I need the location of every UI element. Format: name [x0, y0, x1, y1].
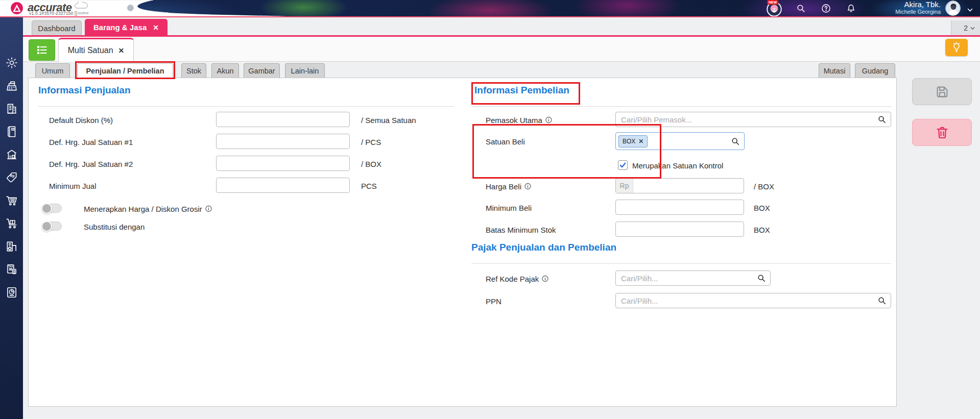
manufacture-building-icon[interactable]	[5, 239, 18, 253]
asset-bank-icon[interactable]	[5, 147, 18, 161]
minimum-beli-label: Minimum Beli	[486, 204, 532, 212]
tips-button[interactable]	[945, 39, 968, 56]
tab-close-icon[interactable]: ✕	[153, 23, 159, 32]
company-building-icon[interactable]	[5, 102, 18, 115]
settings-gear-icon[interactable]	[5, 56, 18, 69]
promo-avatar[interactable]: NEW	[765, 0, 783, 16]
help-icon[interactable]	[820, 2, 832, 14]
ref-kode-pajak-field-wrap	[615, 270, 771, 286]
account-info[interactable]: Akira, Tbk. Michelle Georgina	[895, 1, 941, 16]
ppn-input[interactable]	[616, 293, 878, 308]
cloud-icon	[74, 2, 89, 10]
tab-dashboard[interactable]: Dashboard	[32, 20, 82, 36]
harga-beli-input[interactable]	[633, 179, 744, 193]
pemasok-utama-label: Pemasok Utama	[486, 116, 552, 125]
form-tab-mutasi[interactable]: Mutasi	[819, 63, 850, 78]
tab-overflow-dropdown[interactable]: 2	[951, 20, 980, 36]
svg-text:Rp: Rp	[10, 174, 14, 178]
user-avatar-image	[946, 1, 961, 16]
journal-book-icon[interactable]	[5, 125, 18, 138]
form-tab-stok[interactable]: Stok	[181, 63, 206, 78]
notification-bell-icon[interactable]	[845, 2, 857, 14]
search-icon[interactable]	[795, 2, 807, 14]
batas-minimum-stok-suffix: BOX	[754, 226, 770, 234]
form-tab-akun[interactable]: Akun	[211, 63, 239, 78]
accurate-logo-icon	[10, 2, 23, 15]
form-tab-mutasi-label: Mutasi	[824, 67, 846, 75]
tax-section-title: Pajak Penjualan dan Pembelian	[471, 242, 616, 253]
tab-dashboard-label: Dashboard	[38, 24, 75, 33]
chevron-down-icon	[970, 27, 975, 30]
svg-text:TAX: TAX	[8, 264, 13, 267]
form-content-panel: Informasi Penjualan Default Diskon (%) /…	[28, 78, 897, 407]
tab-multi-satuan-close-icon[interactable]: ✕	[118, 46, 125, 55]
satuan-kontrol-checkbox[interactable]	[618, 160, 628, 170]
tab-barang-jasa-label: Barang & Jasa	[93, 23, 147, 32]
substitusi-toggle-knob	[41, 221, 52, 232]
grosir-toggle[interactable]	[41, 204, 62, 213]
form-tab-umum[interactable]: Umum	[35, 63, 70, 78]
pemasok-info-icon[interactable]	[545, 117, 552, 124]
sidebar-nav: Rp TAX	[0, 17, 23, 419]
harga-jual-1-label: Def. Hrg. Jual Satuan #1	[49, 138, 133, 146]
ppn-search-icon[interactable]	[878, 297, 886, 305]
minimum-jual-input[interactable]	[217, 178, 349, 192]
satuan-beli-tag-remove-icon[interactable]: ✕	[638, 138, 643, 145]
minimum-beli-input[interactable]	[616, 200, 744, 214]
lightbulb-icon	[951, 42, 962, 53]
harga-beli-suffix: / BOX	[754, 182, 774, 191]
app-window: accurate online v1.0.1#3570-2327150 [] N…	[0, 0, 980, 419]
ref-kode-pajak-input[interactable]	[616, 271, 757, 285]
harga-beli-info-icon[interactable]	[524, 183, 531, 190]
form-tab-umum-label: Umum	[42, 67, 64, 75]
grosir-toggle-label: Menerapkan Harga / Diskon Grosir	[84, 205, 212, 213]
ref-kode-pajak-info-icon[interactable]	[542, 276, 548, 282]
minimum-jual-field-wrap	[216, 178, 350, 193]
harga-jual-1-input[interactable]	[217, 134, 349, 149]
form-tab-penjualan-pembelian[interactable]: Penjualan / Pembelian	[77, 63, 173, 78]
form-tab-lain-lain[interactable]: Lain-lain	[285, 63, 325, 78]
inventory-trolley-icon[interactable]	[5, 216, 18, 230]
price-tag-rp-icon[interactable]: Rp	[5, 170, 18, 184]
cash-register-icon[interactable]	[5, 79, 18, 92]
batas-minimum-stok-label: Batas Minimum Stok	[486, 226, 556, 234]
pemasok-utama-text: Pemasok Utama	[486, 116, 542, 125]
default-diskon-input[interactable]	[217, 112, 349, 127]
window-tab-bar: Dashboard Barang & Jasa ✕ 2	[23, 17, 980, 36]
list-view-button[interactable]	[29, 39, 55, 61]
harga-beli-currency-prefix: Rp	[616, 179, 633, 193]
tax-document-icon[interactable]: TAX	[5, 262, 18, 276]
harga-beli-field-wrap: Rp	[615, 178, 744, 193]
form-tab-gudang[interactable]: Gudang	[855, 63, 895, 78]
company-name: Akira, Tbk.	[895, 1, 941, 8]
batas-minimum-stok-input[interactable]	[616, 222, 744, 236]
app-version: v1.0.1#3570-2327150 []	[29, 11, 77, 16]
pemasok-search-icon[interactable]	[878, 115, 886, 124]
user-name: Michelle Georgina	[895, 8, 941, 16]
harga-jual-2-field-wrap	[216, 156, 350, 171]
list-icon	[36, 44, 48, 56]
account-chevron-down-icon[interactable]	[967, 5, 973, 14]
pemasok-utama-field-wrap	[615, 112, 891, 127]
harga-jual-2-suffix: / BOX	[361, 160, 381, 168]
report-chart-icon[interactable]	[5, 285, 18, 299]
form-tab-stok-label: Stok	[186, 67, 201, 75]
purchase-cart-icon[interactable]	[5, 193, 18, 207]
substitusi-toggle[interactable]	[41, 221, 62, 231]
tab-barang-jasa[interactable]: Barang & Jasa ✕	[85, 19, 168, 36]
grosir-info-icon[interactable]	[205, 206, 212, 212]
user-avatar[interactable]	[945, 1, 961, 16]
tab-overflow-count: 2	[964, 24, 968, 32]
form-tab-gambar-label: Gambar	[248, 67, 275, 75]
satuan-beli-input[interactable]	[648, 133, 731, 150]
checkbox-check-icon	[619, 162, 626, 168]
pemasok-utama-input[interactable]	[616, 112, 878, 127]
form-tab-gambar[interactable]: Gambar	[244, 63, 280, 78]
harga-jual-2-input[interactable]	[217, 156, 349, 170]
ref-kode-pajak-search-icon[interactable]	[757, 274, 766, 282]
tab-multi-satuan[interactable]: Multi Satuan ✕	[58, 38, 134, 62]
satuan-beli-search-icon[interactable]	[731, 137, 739, 145]
substitusi-toggle-label: Substitusi dengan	[84, 223, 145, 231]
save-button[interactable]	[912, 78, 972, 105]
delete-button[interactable]	[912, 119, 972, 146]
